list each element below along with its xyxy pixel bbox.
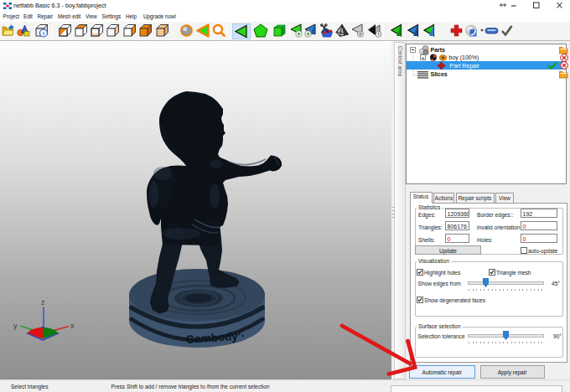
svg-text:y: y — [13, 322, 18, 330]
svg-text:z: z — [41, 298, 45, 307]
svg-text:x: x — [70, 322, 75, 330]
